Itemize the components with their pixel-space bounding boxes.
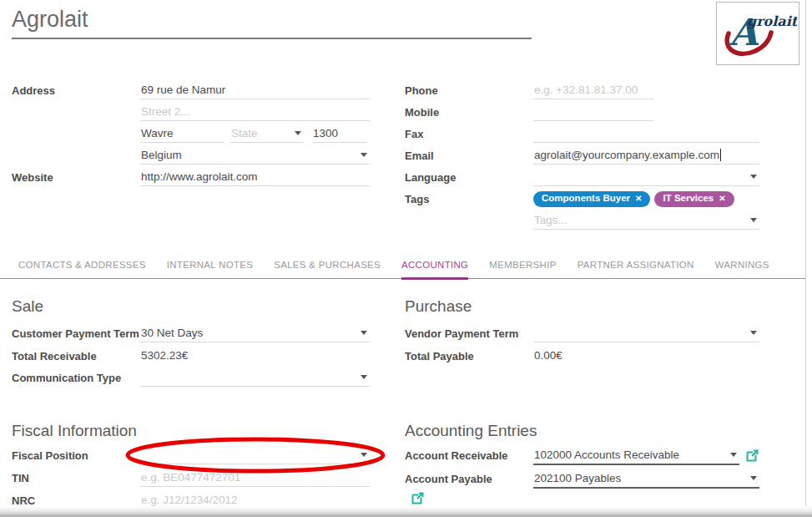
total-receivable-value: 5302.23€ (140, 347, 370, 364)
phone-label: Phone (405, 81, 533, 98)
mobile-label: Mobile (405, 103, 533, 119)
mobile-input[interactable] (533, 103, 654, 121)
website-value: http://www.agrolait.com (141, 170, 258, 183)
zip-input[interactable]: 1300 (312, 124, 367, 143)
fiscal-position-select[interactable] (140, 446, 370, 464)
city-input[interactable]: Wavre (140, 124, 224, 143)
external-link-icon[interactable] (739, 446, 759, 465)
customer-payment-term-label: Customer Payment Term (12, 324, 140, 341)
tag-label: Components Buyer (542, 194, 630, 204)
account-receivable-value: 102000 Accounts Receivable (534, 449, 679, 461)
street-input[interactable]: 69 rue de Namur (140, 81, 370, 99)
tin-input[interactable]: e.g. BE0477472701 (140, 469, 370, 487)
dropdown-arrow-icon (750, 476, 757, 480)
accounting-section: Account Receivable 102000 Accounts Recei… (405, 446, 759, 512)
tags-input[interactable]: Tags... (533, 211, 759, 230)
tags-list: Components Buyer✕IT Services✕ (533, 190, 759, 210)
total-payable-value: 0.00€ (533, 347, 759, 364)
account-payable-value: 202100 Payables (534, 472, 621, 484)
total-receivable-label: Total Receivable (12, 347, 140, 363)
dropdown-arrow-icon (750, 331, 757, 335)
email-input[interactable]: agrolait@yourcompany.example.com (533, 146, 759, 165)
contact-block: Phone e.g. +32.81.81.37.00 Mobile Fax Em… (405, 81, 759, 233)
sale-section-title: Sale (12, 297, 43, 316)
address-label: Address (12, 81, 140, 98)
tin-placeholder: e.g. BE0477472701 (141, 471, 240, 484)
tag-badge[interactable]: IT Services✕ (654, 191, 734, 207)
email-label: Email (405, 146, 533, 163)
tags-label: Tags (405, 190, 533, 206)
country-select[interactable]: Belgium (140, 146, 370, 165)
text-cursor (720, 149, 721, 161)
tag-remove-icon[interactable]: ✕ (635, 195, 642, 203)
language-select[interactable] (533, 168, 759, 186)
vendor-payment-term-select[interactable] (533, 324, 759, 342)
communication-type-select[interactable] (140, 368, 370, 387)
tab-membership[interactable]: MEMBERSHIP (489, 254, 556, 278)
window-right-border (805, 0, 806, 517)
dropdown-arrow-icon (730, 453, 737, 457)
tab-contacts-addresses[interactable]: CONTACTS & ADDRESSES (18, 254, 146, 278)
dropdown-arrow-icon (361, 153, 367, 157)
state-placeholder: State (231, 127, 258, 139)
account-receivable-select[interactable]: 102000 Accounts Receivable (533, 446, 739, 465)
website-input[interactable]: http://www.agrolait.com (140, 168, 370, 186)
purchase-section-title: Purchase (405, 297, 472, 316)
partner-form: Agrolait A grolait Address 69 rue de Nam… (0, 0, 812, 517)
dropdown-arrow-icon (295, 131, 301, 135)
phone-input[interactable]: e.g. +32.81.81.37.00 (533, 81, 654, 99)
fiscal-position-label: Fiscal Position (12, 446, 140, 463)
website-label: Website (12, 168, 140, 185)
tag-remove-icon[interactable]: ✕ (719, 195, 725, 203)
tags-placeholder: Tags... (534, 214, 567, 226)
city-value: Wavre (141, 127, 174, 139)
tab-warnings[interactable]: WARNINGS (715, 254, 769, 278)
tag-label: IT Services (663, 194, 714, 204)
accounting-section-title: Accounting Entries (405, 422, 537, 440)
street2-placeholder: Street 2... (141, 105, 190, 118)
tab-sales-purchases[interactable]: SALES & PURCHASES (274, 254, 381, 278)
dropdown-arrow-icon (361, 375, 367, 379)
account-payable-label: Account Payable (405, 469, 533, 486)
country-value: Belgium (141, 149, 182, 161)
agrolait-logo-icon: A grolait (719, 5, 797, 62)
total-payable-label: Total Payable (405, 347, 533, 363)
communication-type-label: Communication Type (12, 368, 140, 385)
customer-payment-term-select[interactable]: 30 Net Days (140, 324, 370, 342)
fiscal-section: Fiscal Position TIN e.g. BE0477472701 NR… (12, 446, 370, 514)
zip-value: 1300 (313, 127, 338, 139)
state-select[interactable]: State (230, 124, 304, 143)
external-link-icon[interactable] (405, 489, 533, 508)
tab-bar: CONTACTS & ADDRESSESINTERNAL NOTESSALES … (0, 254, 805, 279)
tab-accounting[interactable]: ACCOUNTING (401, 254, 468, 280)
email-value: agrolait@yourcompany.example.com (534, 149, 719, 161)
fax-label: Fax (405, 124, 533, 141)
sheet-bottom-edge (0, 506, 812, 517)
account-receivable-label: Account Receivable (405, 446, 533, 463)
customer-payment-term-value: 30 Net Days (141, 327, 203, 339)
dropdown-arrow-icon (750, 175, 757, 179)
account-payable-select[interactable]: 202100 Payables (533, 469, 759, 489)
phone-placeholder: e.g. +32.81.81.37.00 (534, 84, 638, 96)
tag-badge[interactable]: Components Buyer✕ (533, 191, 650, 207)
language-label: Language (405, 168, 533, 185)
dropdown-arrow-icon (750, 218, 757, 222)
purchase-section: Vendor Payment Term Total Payable 0.00€ (405, 324, 759, 368)
dropdown-arrow-icon (361, 331, 367, 335)
fax-input[interactable] (533, 124, 759, 143)
tin-label: TIN (12, 469, 140, 485)
tab-internal-notes[interactable]: INTERNAL NOTES (167, 254, 253, 278)
svg-text:grolait: grolait (747, 13, 797, 29)
tab-partner-assignation[interactable]: PARTNER ASSIGNATION (577, 254, 694, 278)
page-title: Agrolait (12, 7, 532, 33)
fiscal-section-title: Fiscal Information (12, 422, 137, 440)
partner-name-field[interactable]: Agrolait (12, 7, 532, 39)
nrc-placeholder: e.g. J12/1234/2012 (141, 494, 238, 506)
vendor-payment-term-label: Vendor Payment Term (405, 324, 533, 341)
dropdown-arrow-icon (361, 453, 367, 457)
partner-logo-image[interactable]: A grolait (716, 2, 799, 65)
address-block: Address 69 rue de Namur Street 2... Wavr… (12, 81, 370, 190)
street2-input[interactable]: Street 2... (140, 103, 370, 121)
street-value: 69 rue de Namur (141, 84, 225, 96)
sale-section: Customer Payment Term 30 Net Days Total … (12, 324, 370, 391)
